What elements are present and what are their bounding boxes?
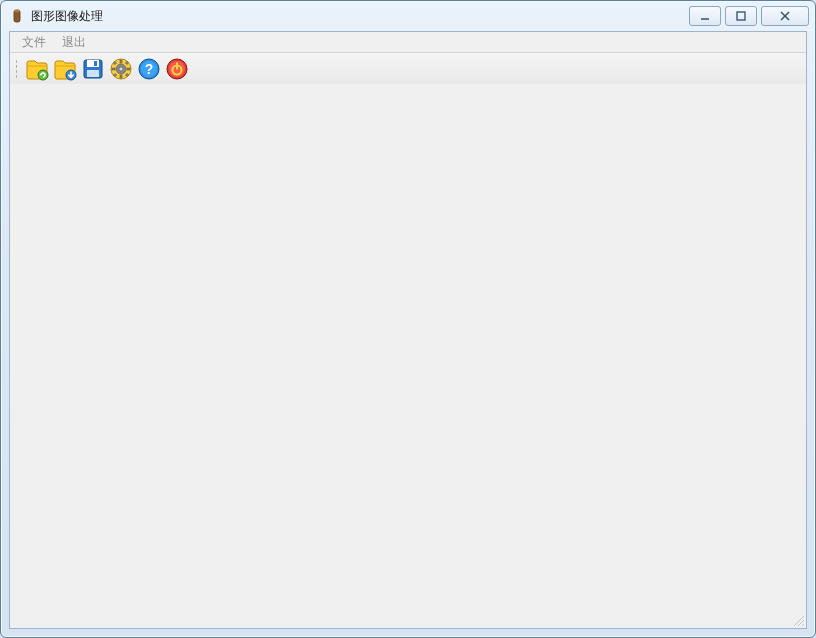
- power-button[interactable]: [163, 55, 191, 83]
- window-controls: [689, 6, 809, 26]
- power-icon: [165, 57, 189, 81]
- minimize-icon: [699, 10, 711, 22]
- save-button[interactable]: [79, 55, 107, 83]
- close-icon: [778, 10, 792, 22]
- help-icon: [137, 57, 161, 81]
- menubar: 文件 退出: [10, 32, 806, 52]
- minimize-button[interactable]: [689, 6, 721, 26]
- help-button[interactable]: [135, 55, 163, 83]
- menu-item-file[interactable]: 文件: [14, 32, 54, 53]
- window-title: 图形图像处理: [31, 8, 689, 25]
- settings-button[interactable]: [107, 55, 135, 83]
- open-folder-save-button[interactable]: [51, 55, 79, 83]
- folder-refresh-icon: [25, 57, 49, 81]
- app-icon: [9, 8, 25, 24]
- toolbar-grip[interactable]: [14, 58, 19, 80]
- floppy-icon: [81, 57, 105, 81]
- folder-save-icon: [53, 57, 77, 81]
- titlebar[interactable]: 图形图像处理: [1, 1, 815, 31]
- open-folder-refresh-button[interactable]: [23, 55, 51, 83]
- maximize-icon: [735, 10, 747, 22]
- toolbar: [10, 52, 806, 86]
- svg-line-34: [802, 624, 804, 626]
- workspace: [10, 84, 806, 628]
- resize-grip[interactable]: [792, 614, 804, 626]
- client-area: 文件 退出: [9, 31, 807, 629]
- close-button[interactable]: [761, 6, 809, 26]
- gear-icon: [109, 57, 133, 81]
- menu-item-exit[interactable]: 退出: [54, 32, 94, 53]
- svg-rect-29: [737, 12, 745, 20]
- maximize-button[interactable]: [725, 6, 757, 26]
- window-frame: 图形图像处理 文件 退出: [0, 0, 816, 638]
